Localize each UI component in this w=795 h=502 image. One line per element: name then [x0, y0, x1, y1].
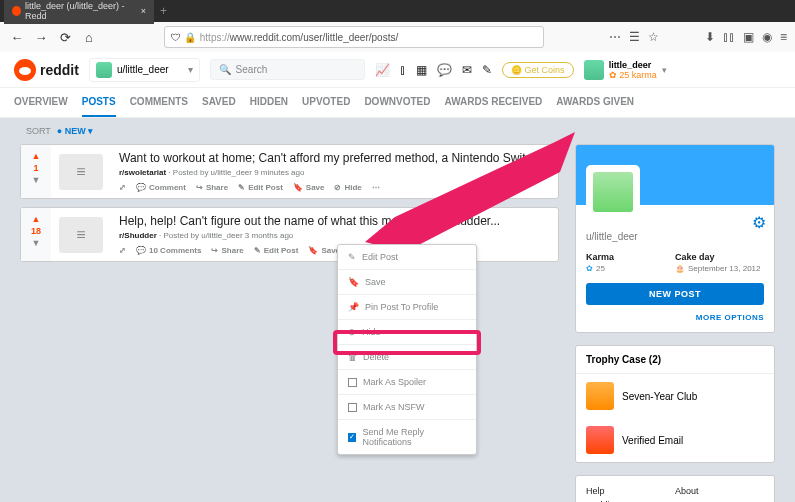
all-icon[interactable]: ⫿ [400, 63, 406, 77]
trophy-title: Trophy Case (2) [576, 346, 774, 374]
search-icon: 🔍 [219, 64, 231, 75]
chevron-down-icon: ▾ [662, 65, 667, 75]
edit-button[interactable]: ✎ Edit Post [254, 246, 299, 255]
tab-overview[interactable]: OVERVIEW [14, 88, 68, 117]
messages-icon[interactable]: ✉ [462, 63, 472, 77]
reader-icon[interactable]: ☰ [629, 30, 640, 44]
get-coins-button[interactable]: 🪙 Get Coins [502, 62, 574, 78]
favicon-icon [12, 6, 21, 16]
reload-button[interactable]: ⟳ [56, 28, 74, 46]
account-icon[interactable]: ◉ [762, 30, 772, 44]
checkbox-icon [348, 403, 357, 412]
cakeday-label: Cake day [675, 252, 764, 262]
community-name: u/little_deer [117, 64, 169, 75]
url-path: www.reddit.com/user/little_deer/posts/ [230, 32, 398, 43]
download-icon[interactable]: ⬇ [705, 30, 715, 44]
share-button[interactable]: ↪ Share [196, 183, 228, 192]
ctx-delete[interactable]: 🗑Delete [338, 344, 476, 369]
tab-downvoted[interactable]: DOWNVOTED [364, 88, 430, 117]
downvote-button[interactable]: ▼ [32, 238, 41, 248]
upvote-button[interactable]: ▲ [32, 151, 41, 161]
search-input[interactable]: 🔍 Search [210, 59, 365, 80]
back-button[interactable]: ← [8, 28, 26, 46]
ctx-pin[interactable]: 📌Pin Post To Profile [338, 294, 476, 319]
footer-links: Help Reddit App Reddit Coins Reddit Prem… [575, 475, 775, 502]
post-title[interactable]: Want to workout at home; Can't afford my… [119, 151, 550, 165]
sidebar-icon[interactable]: ▣ [743, 30, 754, 44]
post-thumbnail: ≡ [51, 145, 111, 198]
tab-saved[interactable]: SAVED [202, 88, 236, 117]
browser-tab[interactable]: little_deer (u/little_deer) - Redd × [4, 0, 154, 24]
ctx-nsfw[interactable]: Mark As NSFW [338, 394, 476, 419]
menu-icon[interactable]: ≡ [780, 30, 787, 44]
ctx-spoiler[interactable]: Mark As Spoiler [338, 369, 476, 394]
expand-button[interactable]: ⤢ [119, 246, 126, 255]
forward-button[interactable]: → [32, 28, 50, 46]
comments-button[interactable]: 💬 10 Comments [136, 246, 201, 255]
downvote-button[interactable]: ▼ [32, 175, 41, 185]
share-button[interactable]: ↪ Share [211, 246, 243, 255]
coin-icon: 🪙 [511, 65, 522, 75]
expand-button[interactable]: ⤢ [119, 183, 126, 192]
popular-icon[interactable]: 📈 [375, 63, 390, 77]
post-title[interactable]: Help, help! Can't figure out the name of… [119, 214, 550, 228]
footer-link[interactable]: Help [586, 486, 675, 496]
trophy-icon [586, 426, 614, 454]
hide-button[interactable]: ⊘ Hide [334, 183, 361, 192]
ctx-save[interactable]: 🔖Save [338, 269, 476, 294]
vote-widget: ▲ 18 ▼ [21, 208, 51, 261]
rpan-icon[interactable]: ▦ [416, 63, 427, 77]
post-meta: r/Shudder · Posted by u/little_deer 3 mo… [119, 231, 550, 240]
tab-posts[interactable]: POSTS [82, 88, 116, 117]
ctx-notifications[interactable]: Send Me Reply Notifications [338, 419, 476, 454]
url-input[interactable]: 🛡 🔒 https://www.reddit.com/user/little_d… [164, 26, 544, 48]
tab-comments[interactable]: COMMENTS [130, 88, 188, 117]
new-tab-button[interactable]: + [160, 4, 167, 18]
save-button[interactable]: 🔖 Save [308, 246, 340, 255]
upvote-button[interactable]: ▲ [32, 214, 41, 224]
new-post-button[interactable]: NEW POST [586, 283, 764, 305]
profile-avatar [586, 165, 640, 219]
library-icon[interactable]: ⫿⫿ [723, 30, 735, 44]
edit-button[interactable]: ✎ Edit Post [238, 183, 283, 192]
save-button[interactable]: 🔖 Save [293, 183, 325, 192]
footer-link[interactable]: About [675, 486, 764, 496]
post-item[interactable]: ▲ 1 ▼ ≡ Want to workout at home; Can't a… [20, 144, 559, 199]
tab-upvoted[interactable]: UPVOTED [302, 88, 350, 117]
chat-icon[interactable]: 💬 [437, 63, 452, 77]
trophy-icon [586, 382, 614, 410]
home-button[interactable]: ⌂ [80, 28, 98, 46]
ctx-edit-post[interactable]: ✎Edit Post [338, 245, 476, 269]
more-options-link[interactable]: MORE OPTIONS [586, 313, 764, 322]
post-list: ▲ 1 ▼ ≡ Want to workout at home; Can't a… [20, 144, 559, 502]
close-icon[interactable]: × [141, 6, 146, 16]
profile-card: ⚙ u/little_deer Karma✿25 Cake day🎂Septem… [575, 144, 775, 333]
create-post-icon[interactable]: ✎ [482, 63, 492, 77]
shield-icon: 🛡 [171, 32, 181, 43]
bookmark-icon[interactable]: ☆ [648, 30, 659, 44]
ctx-hide[interactable]: ⊘Hide [338, 319, 476, 344]
tab-awards-received[interactable]: AWARDS RECEIVED [444, 88, 542, 117]
user-karma: ✿ 25 karma [609, 70, 657, 80]
trophy-card: Trophy Case (2) Seven-Year Club Verified… [575, 345, 775, 463]
more-icon[interactable]: ⋯ [609, 30, 621, 44]
settings-icon[interactable]: ⚙ [752, 213, 766, 232]
post-item[interactable]: ▲ 18 ▼ ≡ Help, help! Can't figure out th… [20, 207, 559, 262]
user-avatar-icon [584, 60, 604, 80]
sidebar: ⚙ u/little_deer Karma✿25 Cake day🎂Septem… [575, 144, 775, 502]
brand-text: reddit [40, 62, 79, 78]
tab-awards-given[interactable]: AWARDS GIVEN [556, 88, 634, 117]
user-menu[interactable]: little_deer ✿ 25 karma ▾ [584, 60, 667, 80]
lock-icon: 🔒 [184, 32, 196, 43]
comments-button[interactable]: 💬 Comment [136, 183, 186, 192]
browser-chrome: little_deer (u/little_deer) - Redd × + ←… [0, 0, 795, 52]
community-dropdown[interactable]: u/little_deer [89, 58, 200, 82]
cakeday-value: 🎂September 13, 2012 [675, 264, 764, 273]
sort-control[interactable]: SORT ● NEW ▾ [0, 118, 795, 144]
tab-title: little_deer (u/little_deer) - Redd [25, 1, 137, 21]
more-button[interactable]: ⋯ [372, 183, 380, 192]
reddit-logo[interactable]: reddit [14, 59, 79, 81]
vote-score: 18 [31, 226, 41, 236]
tab-hidden[interactable]: HIDDEN [250, 88, 288, 117]
bookmark-icon: 🔖 [348, 277, 359, 287]
